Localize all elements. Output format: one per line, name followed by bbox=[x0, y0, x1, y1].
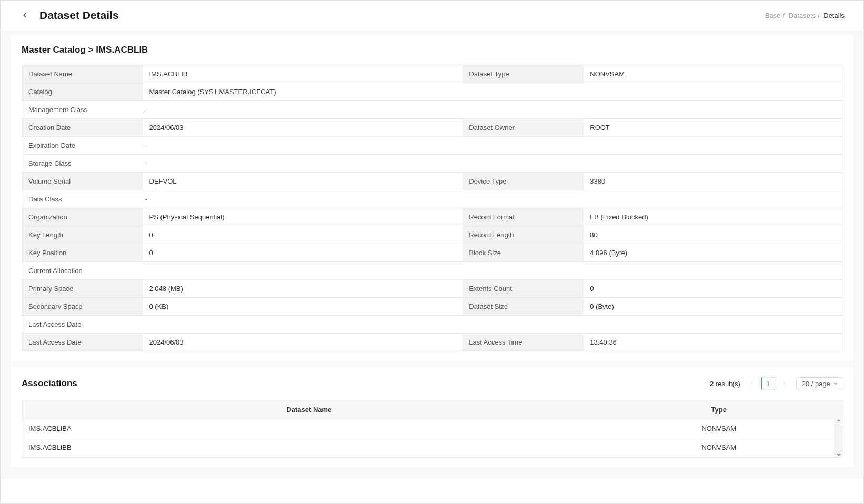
value-organization: PS (Physical Sequential) bbox=[143, 208, 463, 226]
associations-table: Dataset Name Type IMS.ACBLIBA NONVSAM IM… bbox=[22, 400, 842, 457]
associations-table-wrap: Dataset Name Type IMS.ACBLIBA NONVSAM IM… bbox=[22, 400, 842, 458]
page-size-select[interactable]: 20 / page bbox=[796, 377, 842, 390]
pager-prev-button[interactable] bbox=[746, 377, 758, 390]
label-dataset-owner: Dataset Owner bbox=[463, 119, 584, 137]
page-header: Dataset Details Base/ Datasets/ Details bbox=[1, 1, 863, 30]
label-dataset-name: Dataset Name bbox=[22, 65, 143, 83]
label-last-access-time: Last Access Time bbox=[463, 334, 584, 351]
pagination: 2 result(s) 1 20 / page bbox=[710, 377, 842, 390]
breadcrumb: Base/ Datasets/ Details bbox=[763, 12, 847, 19]
label-device-type: Device Type bbox=[463, 173, 584, 190]
scrollbar[interactable] bbox=[835, 418, 842, 457]
label-extents-count: Extents Count bbox=[463, 280, 584, 298]
value-device-type: 3380 bbox=[584, 173, 842, 190]
label-dataset-type: Dataset Type bbox=[463, 65, 584, 83]
value-dataset-type: NONVSAM bbox=[584, 65, 842, 83]
label-data-class: Data Class - bbox=[22, 190, 842, 208]
value-block-size: 4,096 (Byte) bbox=[584, 244, 842, 262]
label-last-access-date: Last Access Date bbox=[22, 334, 143, 351]
assoc-name: IMS.ACBLIBB bbox=[22, 438, 596, 457]
result-count: 2 result(s) bbox=[710, 380, 740, 388]
panel-title: Master Catalog > IMS.ACBLIB bbox=[22, 45, 842, 55]
value-secondary-space: 0 (KB) bbox=[143, 298, 463, 316]
assoc-type: NONVSAM bbox=[596, 419, 842, 438]
value-dataset-owner: ROOT bbox=[584, 119, 842, 137]
pager-page-1[interactable]: 1 bbox=[761, 377, 775, 390]
label-creation-date: Creation Date bbox=[22, 119, 143, 137]
label-management-class: Management Class - bbox=[22, 101, 842, 119]
value-key-position: 0 bbox=[143, 244, 463, 262]
chevron-left-icon bbox=[21, 12, 28, 19]
label-storage-class: Storage Class - bbox=[22, 155, 842, 173]
section-current-allocation: Current Allocation bbox=[22, 262, 842, 280]
section-last-access: Last Access Date bbox=[22, 316, 842, 334]
dataset-details-panel: Master Catalog > IMS.ACBLIB Dataset Name… bbox=[11, 35, 853, 361]
label-key-length: Key Length bbox=[22, 226, 143, 244]
label-catalog: Catalog bbox=[22, 83, 143, 101]
chevron-left-icon bbox=[749, 381, 755, 386]
assoc-name: IMS.ACBLIBA bbox=[22, 419, 596, 438]
scroll-down-icon bbox=[837, 454, 841, 456]
value-record-format: FB (Fixed Blocked) bbox=[584, 208, 842, 226]
associations-panel: Associations 2 result(s) 1 20 / page bbox=[11, 367, 853, 467]
label-dataset-size: Dataset Size bbox=[463, 298, 584, 316]
label-primary-space: Primary Space bbox=[22, 280, 143, 298]
value-dataset-size: 0 (Byte) bbox=[584, 298, 842, 316]
label-record-length: Record Length bbox=[463, 226, 584, 244]
col-dataset-name: Dataset Name bbox=[22, 400, 596, 419]
value-last-access-time: 13:40:36 bbox=[584, 334, 842, 351]
back-button[interactable] bbox=[19, 10, 30, 21]
breadcrumb-item[interactable]: Datasets bbox=[787, 12, 818, 19]
pager-next-button[interactable] bbox=[778, 377, 791, 390]
value-catalog: Master Catalog (SYS1.MASTER.ICFCAT) bbox=[143, 83, 842, 101]
breadcrumb-item[interactable]: Base bbox=[763, 12, 783, 19]
value-primary-space: 2,048 (MB) bbox=[143, 280, 463, 298]
label-expiration-date: Expiration Date - bbox=[22, 137, 842, 155]
chevron-right-icon bbox=[782, 381, 787, 386]
col-type: Type bbox=[596, 400, 842, 419]
details-table: Dataset Name IMS.ACBLIB Dataset Type NON… bbox=[22, 65, 842, 351]
value-record-length: 80 bbox=[584, 226, 842, 244]
value-dataset-name: IMS.ACBLIB bbox=[143, 65, 463, 83]
label-volume-serial: Volume Serial bbox=[22, 173, 143, 190]
label-organization: Organization bbox=[22, 208, 143, 226]
value-last-access-date: 2024/06/03 bbox=[143, 334, 463, 351]
label-record-format: Record Format bbox=[463, 208, 584, 226]
value-volume-serial: DEFVOL bbox=[143, 173, 463, 190]
table-row[interactable]: IMS.ACBLIBB NONVSAM bbox=[22, 438, 842, 457]
assoc-type: NONVSAM bbox=[596, 438, 842, 457]
label-block-size: Block Size bbox=[463, 244, 584, 262]
value-key-length: 0 bbox=[143, 226, 463, 244]
scroll-up-icon bbox=[837, 419, 841, 421]
table-row[interactable]: IMS.ACBLIBA NONVSAM bbox=[22, 419, 842, 438]
value-creation-date: 2024/06/03 bbox=[143, 119, 463, 137]
label-key-position: Key Position bbox=[22, 244, 143, 262]
value-extents-count: 0 bbox=[584, 280, 842, 298]
associations-title: Associations bbox=[22, 378, 77, 389]
page-title: Dataset Details bbox=[39, 9, 119, 22]
label-secondary-space: Secondary Space bbox=[22, 298, 143, 316]
breadcrumb-current: Details bbox=[821, 12, 847, 19]
